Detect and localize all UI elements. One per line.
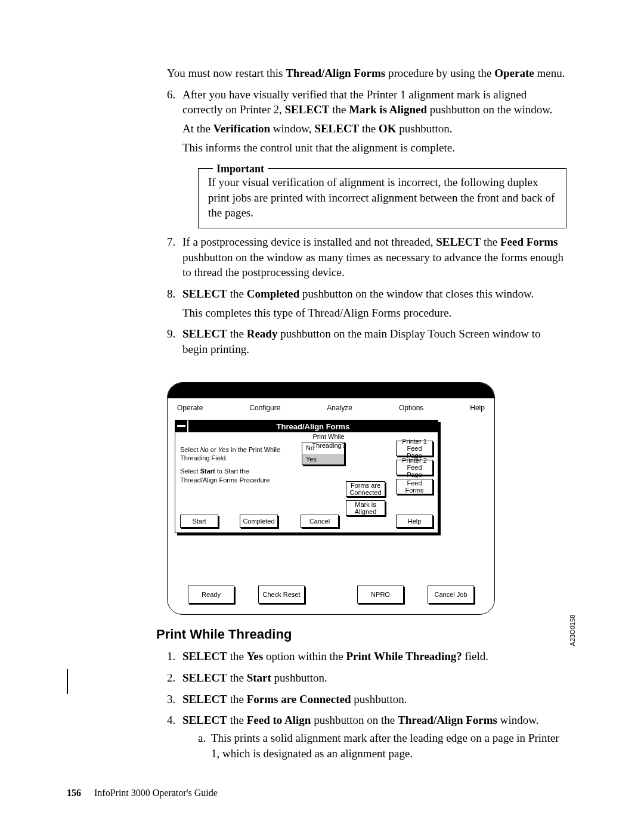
step-9: 9. SELECT the Ready pushbutton on the ma…	[167, 326, 566, 357]
screen-topbar	[168, 383, 494, 398]
option-no[interactable]: No	[302, 442, 344, 454]
help-button[interactable]: Help	[396, 515, 433, 528]
option-yes[interactable]: Yes	[302, 454, 344, 465]
figure-id: A23O0158	[568, 615, 577, 646]
check-reset-button[interactable]: Check Reset	[258, 586, 305, 603]
forms-are-connected-button[interactable]: Forms are Connected	[346, 481, 385, 497]
window-title: Thread/Align Forms	[188, 420, 438, 432]
printer1-feed-page-button[interactable]: Printer 1 Feed Page	[396, 441, 433, 456]
menu-help[interactable]: Help	[470, 403, 485, 413]
print-while-threading-listbox[interactable]: No Yes	[302, 442, 345, 466]
step-8: 8. SELECT the Completed pushbutton on th…	[167, 286, 566, 320]
mark-is-aligned-button[interactable]: Mark is Aligned	[346, 500, 385, 516]
page-footer: 156 InfoPrint 3000 Operator's Guide	[67, 786, 218, 800]
printer2-feed-page-button[interactable]: Printer 2 Feed Page	[396, 460, 433, 475]
step-7: 7. If a postprocessing device is install…	[167, 234, 566, 280]
start-button[interactable]: Start	[180, 515, 218, 528]
menubar: Operate Configure Analyze Options Help	[168, 398, 494, 420]
pwt-step-4a: a. This prints a solid alignment mark af…	[198, 730, 566, 761]
feed-forms-button[interactable]: Feed Forms	[396, 479, 433, 494]
system-menu-icon[interactable]	[175, 420, 188, 432]
pwt-step-1: 1. SELECT the Yes option within the Prin…	[167, 649, 566, 664]
cancel-job-button[interactable]: Cancel Job	[428, 586, 474, 603]
ready-button[interactable]: Ready	[188, 586, 234, 603]
page-number: 156	[67, 788, 81, 798]
important-note: Important If your visual verification of…	[198, 168, 566, 228]
step-6: 6. After you have visually verified that…	[167, 87, 566, 228]
menu-options[interactable]: Options	[399, 403, 423, 413]
pwt-step-3: 3. SELECT the Forms are Connected pushbu…	[167, 692, 566, 707]
cancel-button[interactable]: Cancel	[301, 515, 339, 528]
change-bar	[67, 669, 68, 694]
section-heading: Print While Threading	[156, 625, 566, 643]
pwt-step-2: 2. SELECT the Start pushbutton.	[167, 670, 566, 686]
menu-configure[interactable]: Configure	[249, 403, 280, 413]
touch-screen-figure: Operate Configure Analyze Options Help T…	[167, 382, 566, 615]
menu-operate[interactable]: Operate	[177, 403, 203, 413]
completed-button[interactable]: Completed	[240, 515, 278, 528]
book-title: InfoPrint 3000 Operator's Guide	[94, 788, 218, 798]
menu-analyze[interactable]: Analyze	[327, 403, 352, 413]
npro-button[interactable]: NPRO	[357, 586, 404, 603]
instructions: Select No or Yes in the Print While Thre…	[180, 445, 287, 484]
intro-para: You must now restart this Thread/Align F…	[167, 66, 566, 81]
pwt-step-4: 4. SELECT the Feed to Align pushbutton o…	[167, 713, 566, 761]
thread-align-window: Thread/Align Forms Print While Threading…	[175, 420, 438, 533]
